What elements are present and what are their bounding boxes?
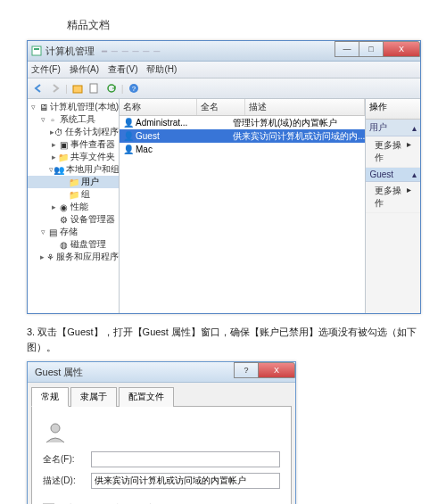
desc-field[interactable] [91, 473, 280, 489]
tree-item[interactable]: ◍磁盘管理 [28, 238, 119, 251]
folder-icon: 📁 [69, 190, 79, 199]
maximize-button[interactable]: □ [359, 41, 384, 57]
list-item[interactable]: 👤Administrat...管理计算机(域)的内置帐户 [120, 116, 365, 129]
fullname-label: 全名(F): [43, 453, 91, 466]
dialog-body: 全名(F): 描述(D): 用户下次登录时须更改密码(M) ✓用户不能更改密码(… [31, 406, 292, 504]
document-title: 精品文档 [67, 18, 446, 33]
device-icon: ⚙ [58, 215, 69, 224]
svg-rect-2 [73, 86, 82, 93]
perf-icon: ◉ [58, 202, 69, 211]
chevron-up-icon: ▴ [412, 169, 417, 179]
actions-section-users[interactable]: 用户▴ [366, 120, 420, 136]
folder-icon: 📁 [58, 153, 69, 161]
refresh-icon[interactable] [104, 81, 119, 95]
props-icon[interactable] [87, 81, 102, 95]
app-icon [31, 45, 42, 56]
desc-label: 描述(D): [43, 475, 91, 487]
disk-icon: ◍ [58, 240, 69, 249]
minimize-button[interactable]: — [334, 41, 359, 57]
dialog-help-button[interactable]: ? [234, 362, 259, 378]
svg-rect-0 [32, 46, 41, 55]
guest-properties-dialog: Guest 属性 ? X 常规 隶属于 配置文件 全名(F): 描述(D): 用… [27, 361, 296, 504]
menu-help[interactable]: 帮助(H) [146, 63, 177, 76]
actions-section-guest[interactable]: Guest▴ [366, 168, 420, 182]
user-icon: 👤 [123, 131, 134, 141]
col-name[interactable]: 名称 [120, 99, 197, 115]
list-pane[interactable]: 名称 全名 描述 👤Administrat...管理计算机(域)的内置帐户👤Gu… [120, 99, 366, 313]
tree-item[interactable]: 📁组 [28, 188, 119, 201]
chevron-up-icon: ▴ [412, 123, 417, 133]
folder-icon: 📁 [69, 178, 79, 186]
menubar: 文件(F) 操作(A) 查看(V) 帮助(H) [28, 62, 420, 78]
svg-rect-3 [90, 84, 97, 93]
forward-icon[interactable] [48, 81, 62, 95]
dialog-close-button[interactable]: X [258, 362, 295, 378]
window-title: 计算机管理 [45, 45, 95, 58]
tab-general[interactable]: 常规 [31, 387, 69, 407]
tree-pane[interactable]: ▿🖥计算机管理(本地) ▿▫系统工具▸⏱任务计划程序▸▣事件查看器▸📁共享文件夹… [28, 99, 120, 313]
svg-rect-1 [34, 48, 39, 50]
user-icon: 👤 [123, 118, 134, 128]
tab-profile[interactable]: 配置文件 [119, 387, 174, 407]
menu-action[interactable]: 操作(A) [70, 63, 99, 76]
service-icon: ⚘ [45, 252, 54, 261]
list-body[interactable]: 👤Administrat...管理计算机(域)的内置帐户👤Guest供来宾访问计… [120, 116, 365, 313]
fullname-field[interactable] [91, 451, 280, 467]
tree-item[interactable]: 📁用户 [28, 176, 119, 188]
col-fullname[interactable]: 全名 [197, 99, 245, 115]
event-icon: ▣ [58, 140, 69, 149]
step-3-text: 3. 双击【Guest】，打开【Guest 属性】窗口，确保【账户已禁用】选项没… [27, 325, 419, 354]
dialog-title: Guest 属性 [35, 366, 83, 379]
titlebar-blur-text: ━ ─ ─ ─ ─ ─ [102, 46, 161, 56]
user-icon: 👤 [123, 145, 134, 154]
tree-item[interactable]: ▸⏱任务计划程序 [28, 126, 119, 138]
tree-item[interactable]: ▿▤存储 [28, 226, 119, 238]
dialog-titlebar[interactable]: Guest 属性 ? X [28, 362, 295, 383]
tree-item[interactable]: ▿👥本地用户和组 [28, 163, 119, 176]
tree-root[interactable]: ▿🖥计算机管理(本地) [28, 101, 119, 113]
col-desc[interactable]: 描述 [245, 99, 365, 115]
list-item[interactable]: 👤Mac [120, 143, 365, 156]
tree-item[interactable]: ▸◉性能 [28, 201, 119, 213]
menu-file[interactable]: 文件(F) [31, 63, 61, 76]
tree-item[interactable]: ▿▫系统工具 [28, 113, 119, 126]
actions-header: 操作 [366, 99, 420, 120]
tab-memberof[interactable]: 隶属于 [70, 387, 117, 407]
help-icon[interactable]: ? [127, 81, 141, 95]
up-icon[interactable] [70, 81, 85, 95]
svg-text:?: ? [131, 85, 136, 93]
users-icon: 👥 [54, 165, 64, 174]
svg-point-7 [51, 424, 60, 433]
list-header[interactable]: 名称 全名 描述 [120, 99, 365, 116]
tree-item[interactable]: ⚙设备管理器 [28, 213, 119, 226]
computer-icon: 🖥 [38, 103, 49, 112]
menu-view[interactable]: 查看(V) [108, 63, 137, 76]
actions-more-1[interactable]: 更多操作▸ [366, 136, 420, 168]
actions-pane: 操作 用户▴ 更多操作▸ Guest▴ 更多操作▸ [366, 99, 420, 313]
titlebar[interactable]: 计算机管理 ━ ─ ─ ─ ─ ─ — □ X [28, 41, 420, 62]
node-icon: ▫ [47, 115, 58, 124]
dialog-tabs: 常规 隶属于 配置文件 [28, 383, 295, 406]
back-icon[interactable] [31, 81, 45, 95]
computer-management-window: 计算机管理 ━ ─ ─ ─ ─ ─ — □ X 文件(F) 操作(A) 查看(V… [27, 40, 421, 314]
tree-item[interactable]: ▸▣事件查看器 [28, 138, 119, 151]
list-item[interactable]: 👤Guest供来宾访问计算机或访问域的内... [120, 129, 365, 143]
storage-icon: ▤ [47, 227, 58, 236]
user-icon [43, 419, 68, 444]
tree-item[interactable]: ▸📁共享文件夹 [28, 151, 119, 163]
clock-icon: ⏱ [54, 128, 63, 136]
close-button[interactable]: X [383, 41, 420, 57]
toolbar: | | ? [28, 78, 420, 99]
tree-item[interactable]: ▸⚘服务和应用程序 [28, 251, 119, 263]
actions-more-2[interactable]: 更多操作▸ [366, 182, 420, 213]
